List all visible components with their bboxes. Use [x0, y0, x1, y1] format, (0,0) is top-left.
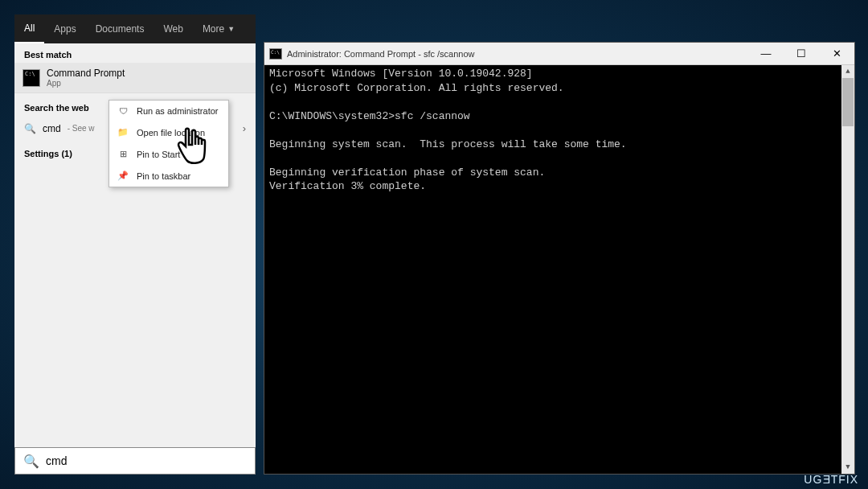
cmd-line: Verification 3% complete. — [269, 180, 426, 192]
scrollbar[interactable]: ▲ ▼ — [841, 65, 854, 474]
chevron-down-icon: ▼ — [227, 25, 235, 33]
pin-taskbar-icon: 📌 — [117, 171, 129, 181]
cmd-line: C:\WINDOWS\system32>sfc /scannow — [269, 110, 470, 122]
context-label: Open file location — [137, 128, 205, 138]
tab-more[interactable]: More ▼ — [193, 14, 244, 43]
scroll-thumb[interactable] — [842, 78, 854, 126]
context-open-file-location[interactable]: 📁 Open file location — [109, 121, 228, 143]
context-menu: 🛡 Run as administrator 📁 Open file locat… — [108, 100, 229, 187]
tab-web[interactable]: Web — [154, 14, 192, 43]
result-sub: App — [47, 79, 125, 88]
search-box[interactable]: 🔍 — [14, 447, 256, 475]
search-tabs: All Apps Documents Web More ▼ — [14, 14, 256, 43]
watermark: UGETFIX — [804, 473, 858, 486]
search-icon: 🔍 — [24, 123, 36, 134]
context-pin-to-taskbar[interactable]: 📌 Pin to taskbar — [109, 165, 228, 187]
cmd-line: Microsoft Windows [Version 10.0.19042.92… — [269, 68, 533, 80]
cmd-titlebar[interactable]: Administrator: Command Prompt - sfc /sca… — [264, 43, 854, 65]
scroll-down-arrow[interactable]: ▼ — [841, 461, 854, 474]
cmd-window: Administrator: Command Prompt - sfc /sca… — [264, 42, 855, 475]
context-run-as-admin[interactable]: 🛡 Run as administrator — [109, 101, 228, 121]
best-match-header: Best match — [14, 43, 256, 63]
context-pin-to-start[interactable]: ⊞ Pin to Start — [109, 143, 228, 165]
cmd-window-icon — [269, 48, 282, 60]
maximize-button[interactable]: ☐ — [784, 43, 819, 65]
cmd-line: (c) Microsoft Corporation. All rights re… — [269, 82, 564, 94]
web-query-sub: - See w — [68, 124, 95, 133]
result-command-prompt[interactable]: Command Prompt App — [14, 63, 256, 93]
context-label: Pin to taskbar — [137, 171, 190, 181]
tab-documents[interactable]: Documents — [86, 14, 154, 43]
cmd-terminal-body[interactable]: Microsoft Windows [Version 10.0.19042.92… — [264, 65, 854, 474]
minimize-button[interactable]: — — [748, 43, 784, 65]
tab-all[interactable]: All — [14, 14, 44, 43]
cmd-app-icon — [23, 69, 40, 87]
tab-more-label: More — [203, 23, 224, 35]
result-title: Command Prompt — [47, 68, 125, 79]
search-icon: 🔍 — [23, 454, 39, 469]
cmd-window-title: Administrator: Command Prompt - sfc /sca… — [287, 49, 748, 59]
scroll-up-arrow[interactable]: ▲ — [841, 65, 854, 78]
search-input[interactable] — [46, 454, 247, 467]
chevron-right-icon: › — [243, 122, 246, 134]
context-label: Pin to Start — [137, 150, 180, 159]
admin-icon: 🛡 — [117, 106, 129, 116]
close-button[interactable]: ✕ — [819, 43, 854, 65]
cmd-line: Beginning system scan. This process will… — [269, 138, 627, 150]
context-label: Run as administrator — [137, 106, 219, 116]
pin-icon: ⊞ — [117, 149, 129, 159]
folder-icon: 📁 — [117, 127, 129, 138]
tab-apps[interactable]: Apps — [44, 14, 85, 43]
result-text: Command Prompt App — [47, 68, 125, 88]
window-controls: — ☐ ✕ — [748, 43, 854, 65]
search-panel: All Apps Documents Web More ▼ Best match… — [14, 14, 256, 475]
web-query: cmd — [43, 123, 61, 134]
cmd-line: Beginning verification phase of system s… — [269, 166, 545, 179]
